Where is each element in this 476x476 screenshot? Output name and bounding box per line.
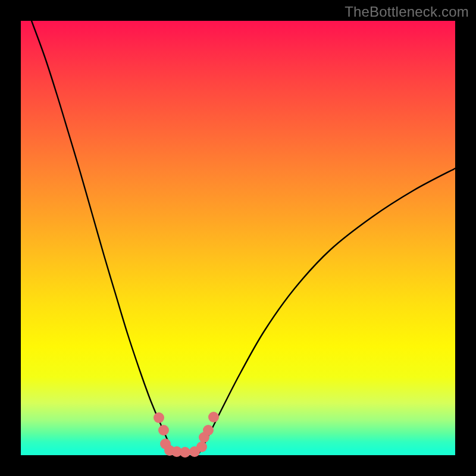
chart-svg [21, 21, 455, 455]
left-curve [32, 21, 173, 453]
data-point [180, 447, 190, 458]
data-point [196, 441, 207, 452]
marker-group [154, 412, 219, 458]
plot-area [21, 21, 455, 455]
data-point [154, 412, 164, 423]
watermark-text: TheBottleneck.com [345, 4, 469, 20]
right-curve [199, 168, 455, 453]
data-point [158, 425, 169, 436]
data-point [208, 412, 219, 422]
data-point [203, 425, 214, 436]
chart-frame: TheBottleneck.com [0, 0, 476, 476]
